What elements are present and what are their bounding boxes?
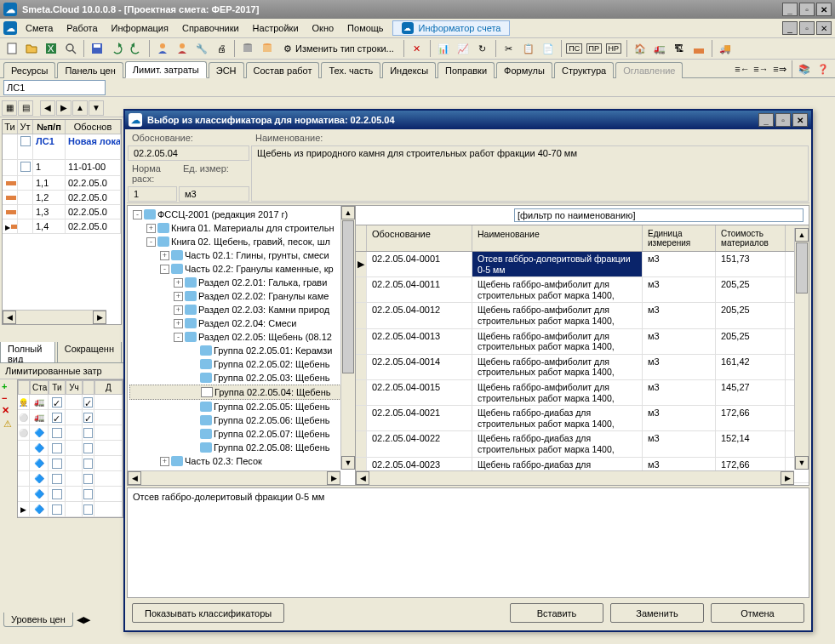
dlg-close-button[interactable]: ✕ [792,113,808,127]
data-row[interactable]: 02.2.05.04-0015Щебень габбро-амфиболит д… [356,380,809,406]
mdi-maximize-button[interactable]: ▫ [799,21,815,35]
tree-node[interactable]: Группа 02.2.05.08: Щебень [129,441,353,454]
tb-excel-icon[interactable]: X [43,40,60,57]
tb-pp-icon[interactable]: ПР [586,40,603,57]
grid-row[interactable]: 1,302.2.05.0 [3,205,121,219]
cell-input[interactable] [3,80,106,95]
minimize-button[interactable]: _ [782,3,798,16]
tree-expand-icon[interactable]: + [174,278,183,288]
data-row[interactable]: 02.2.05.04-0011Щебень габбро-амфиболит д… [356,277,809,303]
tree-node[interactable]: -ФССЦ-2001 (редакция 2017 г) [129,208,353,221]
tree-hscroll[interactable]: ◀▶ [128,470,340,485]
tree-node[interactable]: -Книга 02. Щебень, гравий, песок, шл [129,235,353,248]
tab-tool-books-icon[interactable]: 📚 [796,60,813,77]
tab-tool-help-icon[interactable]: ❓ [815,60,832,77]
dh-naimen[interactable]: Наименование [472,225,643,251]
menu-smeta[interactable]: Смета [20,21,58,35]
tab-tech[interactable]: Тех. часть [321,62,380,78]
tb-tool-icon[interactable]: 🔧 [193,40,210,57]
tree-node[interactable]: +Часть 02.3: Песок [129,454,353,468]
tb-new-icon[interactable] [3,40,20,57]
filter-input[interactable] [514,208,804,222]
tb-search-icon[interactable] [62,40,79,57]
tree-node[interactable]: Группа 02.2.05.07: Щебень [129,427,353,441]
tab-esn[interactable]: ЭСН [209,62,244,78]
menu-nastr[interactable]: Настройки [248,21,304,35]
tab-limit[interactable]: Лимит. затраты [125,61,207,78]
tb-refresh-icon[interactable]: ↻ [474,40,491,57]
tab-price-panel[interactable]: Панель цен [57,62,123,78]
limits-row[interactable]: 🔷 [18,456,123,471]
tab-sostav[interactable]: Состав работ [246,62,320,78]
data-row[interactable]: 02.2.05.04-0022Щебень габбро-диабаз для … [356,431,809,457]
limits-add-icon[interactable]: + [2,381,15,391]
gh-np[interactable]: №п/п [33,120,66,134]
tb-brick-icon[interactable] [690,40,707,57]
data-row[interactable]: 02.2.05.04-0013Щебень габбро-амфиболит д… [356,329,809,355]
tab-tool-indent2-icon[interactable]: ≡⇒ [771,60,788,77]
tree-node[interactable]: +Раздел 02.2.01: Галька, грави [129,276,353,289]
tree-expand-icon[interactable]: + [174,292,183,301]
menu-rabota[interactable]: Работа [61,21,102,35]
tree-expand-icon[interactable]: + [174,319,183,328]
mdi-minimize-button[interactable]: _ [782,21,798,35]
mini-btn-6[interactable]: ▼ [89,100,104,116]
limits-row[interactable]: 🔷 [18,471,123,487]
mdi-close-button[interactable]: ✕ [816,21,832,35]
tree-pane[interactable]: -ФССЦ-2001 (редакция 2017 г)+Книга 01. М… [128,206,356,485]
grid-row[interactable]: 111-01-00 [3,160,121,176]
tb-print-icon[interactable]: 🖨 [213,40,230,57]
tb-copy-icon[interactable]: 📋 [520,40,537,57]
tb-open-icon[interactable] [23,40,40,57]
tree-expand-icon[interactable]: - [133,210,142,219]
tb-cut-icon[interactable]: ✂ [500,40,518,57]
dh-ed[interactable]: Единица измерения [643,225,716,251]
tree-node[interactable]: -Раздел 02.2.05: Щебень (08.12 [129,330,353,344]
limits-row[interactable]: 🔷 [18,487,123,502]
mini-btn-2[interactable]: ▤ [18,100,33,116]
dh-obosnov[interactable]: Обоснование [367,225,472,251]
tb-save-icon[interactable] [89,40,106,57]
tree-node[interactable]: Группа 02.2.05.06: Щебень [129,413,353,427]
tb-np-icon[interactable]: НР [605,40,622,57]
tree-node[interactable]: -Часть 02.2: Гранулы каменные, кр [129,262,353,276]
gh-ob[interactable]: Обоснов [66,120,121,134]
tree-expand-icon[interactable]: + [146,224,156,233]
show-classifiers-button[interactable]: Показывать классификаторы [132,603,284,623]
limits-row[interactable]: 👷🚛✓✓ [18,395,123,410]
limits-x-icon[interactable]: ✕ [2,405,15,416]
tb-truck-icon[interactable]: 🚚 [717,40,734,57]
tb-user2-icon[interactable] [174,40,191,57]
level-tab[interactable]: Уровень цен [3,613,73,627]
tab-oglavlenie[interactable]: Оглавление [615,62,683,78]
tree-node[interactable]: +Часть 02.1: Глины, грунты, смеси [129,248,353,262]
tb-house-icon[interactable]: 🏠 [632,40,649,57]
tree-node[interactable]: Группа 02.2.05.01: Керамзи [129,344,353,357]
close-button[interactable]: ✕ [816,3,832,16]
tree-node[interactable]: Группа 02.2.05.05: Щебень [129,400,353,413]
mini-btn-5[interactable]: ▲ [72,100,88,116]
tree-node[interactable]: +Книга 01. Материалы для строительн [129,221,353,235]
mini-btn-3[interactable]: ◀ [40,100,55,116]
tab-resources[interactable]: Ресурсы [3,62,55,78]
tree-node[interactable]: Группа 02.2.05.02: Щебень [129,357,353,371]
tab-popravki[interactable]: Поправки [438,62,495,78]
menu-info[interactable]: Информация [106,21,174,35]
gh-ut[interactable]: Ут [18,120,33,134]
grid-row[interactable]: ▶1,402.2.05.0 [3,219,121,234]
tree-expand-icon[interactable]: - [160,265,169,274]
tree-vscroll[interactable]: ▲▼ [340,206,355,470]
tree-node[interactable]: Группа 02.2.05.03: Щебень [129,371,353,385]
cancel-button[interactable]: Отмена [711,603,804,623]
tb-db-icon[interactable] [239,40,256,57]
tree-expand-icon[interactable]: - [174,333,183,342]
dh-st[interactable]: Стоимость материалов [716,225,786,251]
limits-row[interactable]: 🔷 [18,441,123,456]
tree-expand-icon[interactable]: - [146,237,156,247]
tb-calc-icon[interactable]: 📊 [435,40,452,57]
limits-row[interactable]: ⚪🚛✓✓ [18,410,123,425]
main-grid-hscroll[interactable]: ◀▶ [3,310,106,324]
menu-sprav[interactable]: Справочники [177,21,244,35]
gh-ti[interactable]: Ти [3,120,18,134]
limits-row[interactable]: ⚪🔷 [18,425,123,441]
